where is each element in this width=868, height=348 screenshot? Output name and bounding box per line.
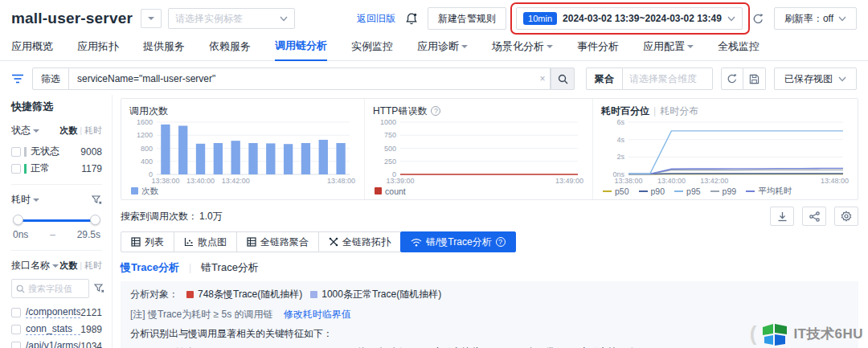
tab-instance-monitoring[interactable]: 实例监控 (351, 39, 393, 60)
save-icon (749, 74, 760, 84)
new-alarm-rule-button[interactable]: 新建告警规则 (428, 7, 506, 30)
tab-full-stack-monitoring[interactable]: 全栈监控 (718, 39, 760, 60)
slider-track[interactable] (16, 219, 97, 222)
tab-event-analysis[interactable]: 事件分析 (577, 39, 619, 60)
checkbox[interactable] (11, 164, 21, 174)
legend-item[interactable]: count (375, 186, 406, 196)
back-to-old-version-link[interactable]: 返回旧版 (357, 12, 395, 26)
subtab-slow-trace[interactable]: 慢Trace分析 (121, 260, 179, 275)
interface-filter-clear-icon[interactable] (94, 284, 104, 293)
duration-percentile-line-chart[interactable]: 0ns2s4s6s13:38:0013:40:0013:42:0013:48:0… (601, 117, 850, 185)
chevron-down-icon (33, 129, 39, 136)
status-item-nostatus[interactable]: 无状态 9008 (11, 144, 102, 159)
status-item-normal[interactable]: 正常 1179 (11, 161, 102, 176)
legend-item[interactable]: 平均耗时 (746, 186, 792, 197)
http-error-line-chart[interactable]: 0250500750100013:39:0013:49:00 (373, 117, 584, 185)
clear-query-icon[interactable]: × (534, 73, 551, 84)
aggregate-dimension-input[interactable] (623, 68, 713, 90)
chart-http-errors: HTTP错误数 ? 0250500750100013:39:0013:49:00… (364, 99, 592, 199)
status-color-bar (24, 164, 27, 174)
chevron-down-icon (838, 76, 846, 82)
refresh-rate-select[interactable]: 刷新率：off (774, 7, 857, 30)
sidebar-title: 快捷筛选 (11, 100, 102, 114)
settings-button[interactable] (834, 207, 858, 226)
tab-app-diagnosis[interactable]: 应用诊断 (417, 39, 468, 60)
save-view-button[interactable] (743, 68, 766, 90)
slider-handle-max[interactable] (90, 215, 100, 225)
tab-scatter-view[interactable]: 散点图 (174, 231, 237, 252)
table-icon (247, 237, 256, 247)
trace-analysis-subtabs: 慢Trace分析 | 错Trace分析 (121, 260, 858, 275)
analysis-target-label: 分析对象： (130, 288, 178, 301)
tab-full-link-aggregation[interactable]: 全链路聚合 (236, 231, 319, 252)
tab-provided-services[interactable]: 提供服务 (143, 39, 185, 60)
interface-item[interactable]: /api/v1/arms/m... 1034 (11, 338, 102, 348)
filter-label: 筛选 (32, 68, 69, 90)
slider-handle-min[interactable] (13, 215, 23, 225)
status-facet-toggle[interactable]: 状态 (11, 124, 39, 137)
svg-text:13:39:00: 13:39:00 (387, 177, 415, 185)
tab-trace-analysis[interactable]: 调用链分析 (275, 39, 327, 61)
svg-text:2s: 2s (616, 153, 624, 161)
legend-item[interactable]: p90 (639, 186, 665, 196)
tab-full-link-topology[interactable]: 全链路拓扑 (318, 231, 401, 252)
legend-item[interactable]: 次数 (131, 186, 158, 197)
tab-app-overview[interactable]: 应用概览 (11, 39, 53, 60)
refresh-icon[interactable] (752, 13, 764, 25)
status-color-bar (24, 147, 27, 157)
search-button[interactable] (551, 68, 575, 90)
filter-bar: 筛选 × 聚合 已保存视图 (0, 61, 868, 95)
chart-legend[interactable]: count (373, 185, 584, 197)
interface-item[interactable]: /components/a... 2121 (11, 305, 102, 320)
svg-text:1600: 1600 (137, 118, 153, 126)
time-range-picker[interactable]: 10min 2024-03-02 13:39~2024-03-02 13:49 (516, 7, 743, 30)
status-metric-switch[interactable]: 次数|耗时 (59, 125, 102, 137)
tab-list-view[interactable]: 列表 (121, 231, 174, 252)
svg-text:4s: 4s (616, 136, 624, 144)
saved-views-label: 已保存视图 (784, 72, 833, 86)
app-switch-dropdown[interactable] (141, 9, 162, 28)
watermark-text: IT技术6HU (793, 325, 863, 343)
duration-distribution-tab[interactable]: 耗时分布 (660, 104, 698, 118)
trace-query-input[interactable] (69, 68, 551, 90)
svg-text:13:48:00: 13:48:00 (821, 177, 849, 185)
interface-metric-switch[interactable]: 次数|耗时 (59, 260, 102, 272)
reset-view-button[interactable] (721, 68, 743, 90)
help-icon[interactable]: ? (431, 106, 440, 116)
checkbox[interactable] (11, 342, 21, 348)
tab-error-slow-trace-analysis[interactable]: 错/慢Trace分析 ? (400, 231, 516, 252)
interface-search-box[interactable] (11, 279, 89, 298)
legend-item[interactable]: p50 (603, 186, 629, 196)
duration-range-slider[interactable] (13, 215, 100, 226)
call-count-bar-chart[interactable]: 04008001200160013:38:0013:40:0013:42:001… (129, 117, 356, 185)
filter-lines-icon[interactable] (11, 73, 24, 84)
modify-threshold-link[interactable]: 修改耗时临界值 (284, 309, 351, 320)
instance-tag-select[interactable]: 请选择实例标签 (168, 8, 295, 29)
checkbox[interactable] (11, 147, 21, 157)
refresh-icon (727, 73, 738, 84)
duration-filter-clear-icon[interactable] (92, 195, 102, 205)
legend-item[interactable]: p99 (710, 186, 737, 196)
legend-item[interactable]: p95 (674, 186, 701, 196)
chart-legend[interactable]: p50p90p95p99平均耗时 (601, 185, 850, 197)
topology-icon (329, 237, 338, 247)
tab-app-topology[interactable]: 应用拓扑 (77, 39, 119, 60)
duration-percentile-tab[interactable]: 耗时百分位 (601, 104, 649, 118)
saved-views-dropdown[interactable]: 已保存视图 (774, 68, 857, 90)
interface-facet-toggle[interactable]: 接口名称 (11, 259, 59, 272)
help-icon[interactable]: ? (496, 237, 506, 247)
download-button[interactable] (770, 207, 794, 226)
alarm-bell-icon[interactable] (405, 12, 418, 26)
chart-legend[interactable]: 次数 (129, 185, 356, 197)
interface-item[interactable]: conn_stats 1989 (11, 321, 102, 337)
checkbox[interactable] (11, 325, 21, 334)
interface-search-input[interactable] (28, 284, 84, 293)
tab-scenario-analysis[interactable]: 场景化分析 (492, 39, 553, 60)
scatter-plot-icon (184, 237, 194, 247)
tab-app-settings[interactable]: 应用配置 (643, 39, 694, 60)
checkbox[interactable] (11, 308, 21, 317)
tab-dependent-services[interactable]: 依赖服务 (209, 39, 251, 60)
duration-facet-toggle[interactable]: 耗时 (11, 193, 39, 207)
subtab-error-trace[interactable]: 错Trace分析 (201, 260, 259, 275)
share-button[interactable] (802, 207, 826, 226)
